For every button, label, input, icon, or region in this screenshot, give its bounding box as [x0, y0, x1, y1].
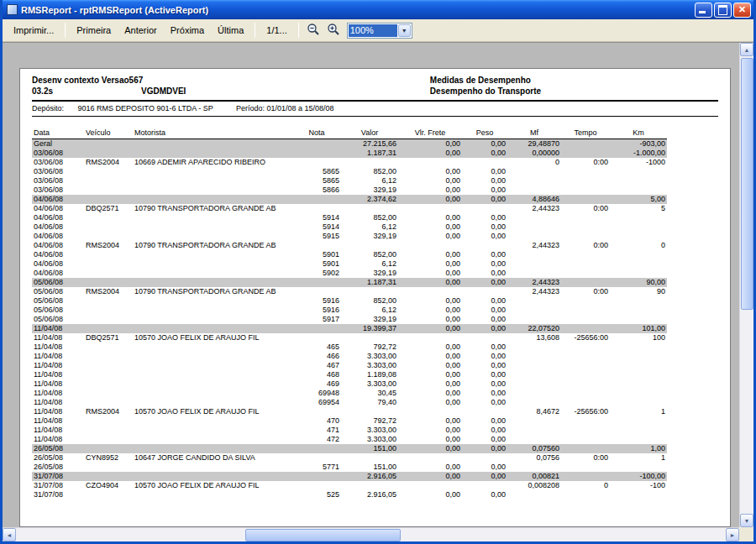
- cell-frete: 0,00: [398, 398, 462, 407]
- scroll-left-icon[interactable]: ◄: [3, 528, 16, 541]
- vertical-scrollbar[interactable]: ▲ ▼: [739, 43, 753, 527]
- cell-valor: [341, 407, 398, 416]
- vertical-scrollbar-thumb[interactable]: [741, 58, 753, 310]
- cell-motorista: [133, 195, 292, 204]
- cell-tempo: 0:00: [561, 287, 610, 296]
- zoom-combobox[interactable]: 100% ▼: [347, 23, 412, 39]
- cell-nota: 5915: [292, 232, 341, 241]
- table-row: Geral27.215,660,000,0029,48870-903,00: [32, 139, 667, 149]
- scroll-right-icon[interactable]: ►: [726, 528, 739, 541]
- cell-frete: [398, 333, 462, 343]
- horizontal-scrollbar[interactable]: ◄ ►: [3, 527, 739, 541]
- titlebar[interactable]: RMSReport - rptRMSReport (ActiveReport) …: [3, 0, 753, 19]
- imprimir-button[interactable]: Imprimir...: [8, 22, 60, 39]
- cell-km: [610, 379, 667, 389]
- close-button[interactable]: ✕: [733, 3, 751, 18]
- cell-km: [610, 213, 667, 222]
- table-row: 26/05/08151,000,000,000,075601,00: [32, 444, 667, 453]
- cell-tempo: -25656:00: [561, 407, 610, 416]
- cell-veiculo: [84, 435, 133, 444]
- cell-veiculo: RMS2004: [84, 241, 133, 250]
- toolbar: Imprimir... Primeira Anterior Próxima Úl…: [3, 19, 753, 42]
- cell-frete: [398, 407, 462, 416]
- zoom-in-button[interactable]: [324, 21, 343, 39]
- report-code: VGDMDVEI: [141, 86, 186, 96]
- cell-km: -903,00: [610, 139, 667, 149]
- scroll-down-icon[interactable]: ▼: [740, 514, 753, 527]
- cell-valor: [341, 333, 398, 343]
- cell-mf: 0,00000: [507, 149, 561, 158]
- cell-valor: 3.303,00: [341, 352, 398, 361]
- table-row: 05/06/085917329,190,000,00: [32, 315, 667, 324]
- cell-mf: 0,008208: [507, 481, 561, 490]
- cell-peso: [462, 481, 507, 490]
- cell-km: 1: [610, 407, 667, 416]
- cell-data: 11/04/08: [32, 343, 84, 352]
- cell-veiculo: [84, 490, 133, 500]
- page-indicator[interactable]: 1/1...: [260, 22, 292, 39]
- cell-frete: 0,00: [398, 222, 462, 232]
- cell-veiculo: [84, 222, 133, 232]
- cell-valor: 329,19: [341, 232, 398, 241]
- minimize-button[interactable]: [695, 3, 712, 18]
- cell-data: 03/06/08: [32, 158, 84, 167]
- anterior-button[interactable]: Anterior: [118, 22, 163, 39]
- cell-motorista: [133, 352, 292, 361]
- cell-valor: 329,19: [341, 269, 398, 278]
- cell-veiculo: DBQ2571: [84, 333, 133, 343]
- cell-tempo: [561, 139, 610, 149]
- table-row: 11/04/084673.303,000,000,00: [32, 361, 667, 370]
- cell-peso: 0,00: [462, 139, 507, 149]
- cell-data: 26/05/08: [32, 444, 84, 453]
- scroll-up-icon[interactable]: ▲: [740, 43, 753, 56]
- deposito-value: 9016 RMS DEPOSITO 901-6 LTDA - SP: [78, 104, 213, 112]
- cell-peso: 0,00: [462, 472, 507, 481]
- cell-data: 31/07/08: [32, 490, 84, 500]
- cell-nota: 5771: [292, 463, 341, 472]
- primeira-button[interactable]: Primeira: [71, 22, 117, 39]
- cell-mf: 2,44323: [507, 287, 561, 296]
- chevron-down-icon[interactable]: ▼: [398, 24, 411, 37]
- cell-motorista: [133, 324, 292, 333]
- cell-mf: [507, 343, 561, 352]
- column-header-tempo: Tempo: [561, 128, 610, 139]
- cell-tempo: [561, 250, 610, 259]
- cell-veiculo: [84, 306, 133, 315]
- cell-frete: 0,00: [398, 186, 462, 195]
- cell-peso: [462, 287, 507, 296]
- cell-data: 03/06/08: [32, 176, 84, 186]
- cell-nota: [292, 407, 341, 416]
- zoom-out-button[interactable]: [304, 21, 323, 39]
- cell-km: [610, 259, 667, 269]
- report-title-left: Desenv contexto Versao567: [32, 76, 143, 85]
- cell-data: 26/05/08: [32, 453, 84, 463]
- column-header-motorista: Motorista: [133, 128, 292, 139]
- cell-km: [610, 315, 667, 324]
- cell-nota: 5901: [292, 259, 341, 269]
- cell-nota: 5917: [292, 315, 341, 324]
- cell-peso: 0,00: [462, 370, 507, 379]
- cell-valor: 1.189,08: [341, 370, 398, 379]
- cell-motorista: 10790 TRANSPORTADORA GRANDE AB: [133, 241, 292, 250]
- cell-km: 1,00: [610, 444, 667, 453]
- cell-peso: 0,00: [462, 306, 507, 315]
- cell-nota: 465: [292, 343, 341, 352]
- proxima-button[interactable]: Próxima: [165, 22, 210, 39]
- cell-data: 11/04/08: [32, 333, 84, 343]
- cell-mf: [507, 398, 561, 407]
- table-row: 26/05/08CYN895210647 JORGE CANDIDO DA SI…: [32, 453, 667, 463]
- cell-frete: 0,00: [398, 444, 462, 453]
- cell-tempo: [561, 186, 610, 195]
- cell-motorista: [133, 222, 292, 232]
- cell-km: -1000: [610, 158, 667, 167]
- cell-veiculo: [84, 343, 133, 352]
- horizontal-scrollbar-thumb[interactable]: [245, 529, 400, 541]
- cell-mf: [507, 186, 561, 195]
- deposito-label: Depósito:: [32, 104, 64, 112]
- cell-peso: 0,00: [462, 426, 507, 435]
- ultima-button[interactable]: Última: [212, 22, 249, 39]
- cell-km: [610, 343, 667, 352]
- cell-valor: 2.916,05: [341, 490, 398, 500]
- cell-frete: 0,00: [398, 361, 462, 370]
- maximize-button[interactable]: [714, 3, 732, 18]
